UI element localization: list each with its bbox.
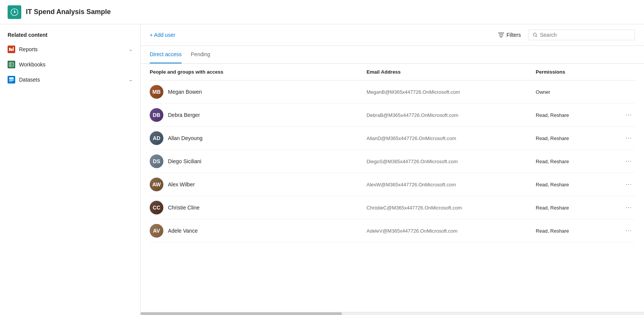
permission-value: Read, Reshare <box>536 205 569 211</box>
sidebar: Related content Reports ⌄ <box>0 24 141 315</box>
col-header-email: Email Address <box>367 64 536 80</box>
more-options-button[interactable]: ··· <box>623 133 635 143</box>
avatar: MB <box>150 85 163 99</box>
row-actions-cell: ··· <box>623 127 635 150</box>
table-row: DB Debra Berger DebraB@M365x447726.OnMic… <box>150 104 635 127</box>
avatar-initials: MB <box>152 89 161 95</box>
chevron-down-icon-datasets: ⌄ <box>129 77 133 82</box>
permission-cell: Read, Reshare <box>536 173 623 196</box>
more-options-button[interactable]: ··· <box>623 180 635 189</box>
email-value: AlexW@M365x447726.OnMicrosoft.com <box>367 182 456 187</box>
avatar-initials: DB <box>153 112 160 118</box>
more-options-button[interactable]: ··· <box>623 156 635 166</box>
sidebar-item-datasets[interactable]: Datasets ⌄ <box>0 72 140 87</box>
permission-cell: Read, Reshare <box>536 104 623 127</box>
email-value: DiegoS@M365x447726.OnMicrosoft.com <box>367 159 458 164</box>
col-header-permissions: Permissions <box>536 64 623 80</box>
avatar: AD <box>150 131 163 145</box>
avatar: DB <box>150 108 163 122</box>
filters-button[interactable]: Filters <box>498 32 521 38</box>
person-cell: AW Alex Wilber <box>150 173 367 196</box>
permission-value: Read, Reshare <box>536 112 569 118</box>
permission-cell: Read, Reshare <box>536 127 623 150</box>
email-value: AdeleV@M365x447726.OnMicrosoft.com <box>367 228 457 234</box>
tab-pending[interactable]: Pending <box>191 46 210 63</box>
table-row: DS Diego Siciliani DiegoS@M365x447726.On… <box>150 150 635 173</box>
content-area: + Add user Filters <box>141 24 644 315</box>
avatar-initials: AD <box>153 135 160 141</box>
permission-cell: Read, Reshare <box>536 219 623 243</box>
permission-value: Read, Reshare <box>536 228 569 234</box>
more-options-button[interactable]: ··· <box>623 203 635 213</box>
workbooks-icon <box>8 61 15 68</box>
person-name: Diego Siciliani <box>168 158 201 164</box>
row-actions-cell: ··· <box>623 196 635 219</box>
row-actions-cell: ··· <box>623 173 635 196</box>
svg-rect-3 <box>11 49 13 51</box>
users-table-container: People and groups with access Email Addr… <box>141 64 644 312</box>
permission-cell: Read, Reshare <box>536 196 623 219</box>
person-cell: DS Diego Siciliani <box>150 150 367 173</box>
app-header: IT Spend Analysis Sample <box>0 0 644 24</box>
avatar: AV <box>150 224 163 238</box>
email-cell: DiegoS@M365x447726.OnMicrosoft.com <box>367 150 536 173</box>
email-cell: ChristieC@M365x447726.OnMicrosoft.com <box>367 196 536 219</box>
avatar: CC <box>150 201 163 214</box>
chevron-down-icon: ⌄ <box>129 47 133 52</box>
sidebar-item-reports[interactable]: Reports ⌄ <box>0 42 140 57</box>
col-header-people: People and groups with access <box>150 64 367 80</box>
search-area[interactable] <box>528 30 635 40</box>
svg-rect-9 <box>9 77 14 79</box>
permission-cell: Read, Reshare <box>536 150 623 173</box>
table-row: AD Allan Deyoung AllanD@M365x447726.OnMi… <box>150 127 635 150</box>
more-options-button[interactable]: ··· <box>623 110 635 120</box>
table-row: AV Adele Vance AdeleV@M365x447726.OnMicr… <box>150 219 635 243</box>
person-name: Allan Deyoung <box>168 135 203 141</box>
users-table: People and groups with access Email Addr… <box>150 64 635 243</box>
permission-value: Read, Reshare <box>536 159 569 164</box>
row-actions-cell: ··· <box>623 104 635 127</box>
table-row: MB Megan Bowen MeganB@M365x447726.OnMicr… <box>150 80 635 104</box>
table-row: CC Christie Cline ChristieC@M365x447726.… <box>150 196 635 219</box>
add-user-button[interactable]: + Add user <box>150 32 175 38</box>
email-value: DebraB@M365x447726.OnMicrosoft.com <box>367 112 459 118</box>
email-cell: AlexW@M365x447726.OnMicrosoft.com <box>367 173 536 196</box>
scrollbar-thumb[interactable] <box>141 312 342 315</box>
horizontal-scrollbar[interactable] <box>141 312 644 315</box>
more-options-button[interactable]: ··· <box>623 226 635 236</box>
row-actions-cell: ··· <box>623 219 635 243</box>
sidebar-label-datasets: Datasets <box>19 77 40 83</box>
email-cell: MeganB@M365x447726.OnMicrosoft.com <box>367 80 536 104</box>
email-cell: AdeleV@M365x447726.OnMicrosoft.com <box>367 219 536 243</box>
sidebar-item-workbooks[interactable]: Workbooks <box>0 57 140 72</box>
email-cell: AllanD@M365x447726.OnMicrosoft.com <box>367 127 536 150</box>
tab-direct-access[interactable]: Direct access <box>150 46 182 63</box>
person-name: Adele Vance <box>168 228 198 234</box>
person-cell: AV Adele Vance <box>150 219 367 243</box>
person-name: Christie Cline <box>168 205 199 211</box>
search-input[interactable] <box>540 32 631 38</box>
sidebar-section-title: Related content <box>0 24 140 42</box>
tabs-bar: Direct access Pending <box>141 46 644 64</box>
email-value: AllanD@M365x447726.OnMicrosoft.com <box>367 135 456 141</box>
email-cell: DebraB@M365x447726.OnMicrosoft.com <box>367 104 536 127</box>
avatar-initials: CC <box>153 205 160 211</box>
sidebar-label-reports: Reports <box>19 46 38 52</box>
svg-rect-11 <box>9 81 12 82</box>
reports-icon <box>8 46 15 53</box>
svg-rect-10 <box>9 79 14 81</box>
app-logo-icon <box>8 5 21 19</box>
svg-rect-2 <box>9 48 11 51</box>
svg-point-1 <box>14 11 15 13</box>
avatar-initials: AV <box>153 228 160 234</box>
svg-rect-5 <box>9 62 14 67</box>
person-cell: CC Christie Cline <box>150 196 367 219</box>
avatar-initials: DS <box>153 158 160 164</box>
sidebar-label-workbooks: Workbooks <box>19 61 46 68</box>
filters-label: Filters <box>506 32 521 38</box>
search-icon <box>533 32 538 38</box>
permission-value: Read, Reshare <box>536 135 569 141</box>
email-value: ChristieC@M365x447726.OnMicrosoft.com <box>367 205 462 211</box>
toolbar: + Add user Filters <box>141 24 644 46</box>
permission-value: Owner <box>536 89 550 95</box>
